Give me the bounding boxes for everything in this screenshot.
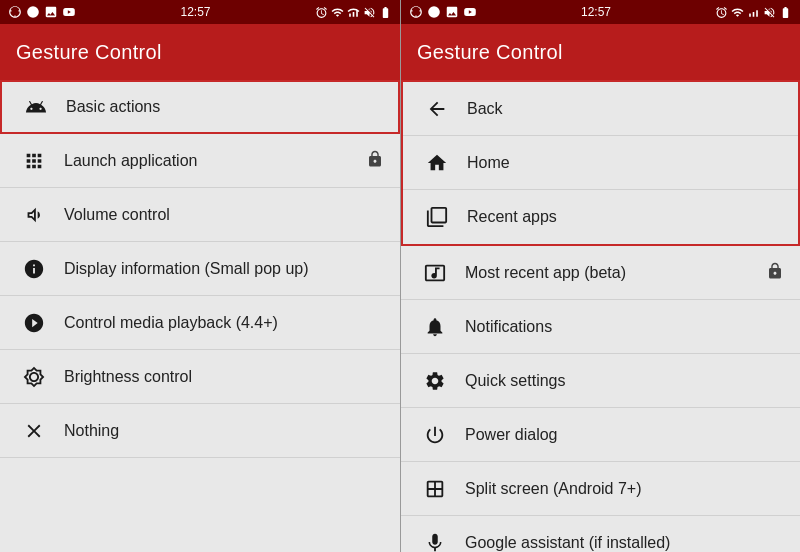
battery-icon-r [779, 6, 792, 19]
menu-item-launch-app[interactable]: Launch application [0, 134, 400, 188]
android-icon [18, 96, 54, 118]
right-menu: Back Home Recent apps Most rec [401, 80, 800, 552]
menu-item-notifications[interactable]: Notifications [401, 300, 800, 354]
split-screen-label: Split screen (Android 7+) [465, 480, 784, 498]
split-icon [417, 478, 453, 500]
left-app-title: Gesture Control [16, 41, 162, 64]
most-recent-label: Most recent app (beta) [465, 264, 766, 282]
brightness-label: Brightness control [64, 368, 384, 386]
gallery-icon [44, 5, 58, 19]
svg-rect-7 [756, 10, 758, 16]
home-icon [419, 152, 455, 174]
right-status-right [715, 6, 792, 19]
chat-icon-r [427, 5, 441, 19]
svg-rect-5 [749, 13, 751, 16]
close-icon [16, 420, 52, 442]
google-assistant-label: Google assistant (if installed) [465, 534, 784, 552]
recent2-icon [417, 262, 453, 284]
brightness-icon [16, 366, 52, 388]
recent-icon [419, 206, 455, 228]
right-time: 12:57 [581, 5, 611, 19]
recent-apps-label: Recent apps [467, 208, 782, 226]
signal-icon [347, 6, 360, 19]
launch-app-label: Launch application [64, 152, 366, 170]
power-dialog-label: Power dialog [465, 426, 784, 444]
menu-item-split-screen[interactable]: Split screen (Android 7+) [401, 462, 800, 516]
menu-item-brightness[interactable]: Brightness control [0, 350, 400, 404]
back-icon [419, 98, 455, 120]
svg-point-4 [428, 6, 440, 18]
messenger-icon [8, 5, 22, 19]
menu-item-power-dialog[interactable]: Power dialog [401, 408, 800, 462]
right-panel: 12:57 Gesture Control Back [400, 0, 800, 552]
wifi-icon [331, 6, 344, 19]
highlighted-group: Back Home Recent apps [401, 80, 800, 246]
lock-icon-recent [766, 262, 784, 284]
youtube-icon-r [463, 5, 477, 19]
signal-icon-r [747, 6, 760, 19]
gear-icon [417, 370, 453, 392]
svg-point-0 [27, 6, 39, 18]
alarm-icon [315, 6, 328, 19]
menu-item-display-info[interactable]: Display information (Small pop up) [0, 242, 400, 296]
right-app-bar: Gesture Control [401, 24, 800, 80]
play-icon [16, 312, 52, 334]
svg-rect-3 [356, 10, 358, 16]
svg-rect-2 [353, 11, 355, 16]
display-info-label: Display information (Small pop up) [64, 260, 384, 278]
volume-icon [16, 204, 52, 226]
menu-item-basic-actions[interactable]: Basic actions [0, 80, 400, 134]
menu-item-media[interactable]: Control media playback (4.4+) [0, 296, 400, 350]
left-panel: 12:57 Gesture Control Basic actions [0, 0, 400, 552]
svg-rect-1 [349, 13, 351, 16]
bell-icon [417, 316, 453, 338]
menu-item-recent-apps[interactable]: Recent apps [403, 190, 798, 244]
quick-settings-label: Quick settings [465, 372, 784, 390]
media-label: Control media playback (4.4+) [64, 314, 384, 332]
menu-item-quick-settings[interactable]: Quick settings [401, 354, 800, 408]
volume-label: Volume control [64, 206, 384, 224]
lock-icon-launch [366, 150, 384, 172]
messenger-icon-r [409, 5, 423, 19]
back-label: Back [467, 100, 782, 118]
mute-icon-r [763, 6, 776, 19]
gallery-icon-r [445, 5, 459, 19]
home-label: Home [467, 154, 782, 172]
left-menu: Basic actions Launch application Volume … [0, 80, 400, 552]
mute-icon [363, 6, 376, 19]
alarm-icon-r [715, 6, 728, 19]
notifications-label: Notifications [465, 318, 784, 336]
info-icon [16, 258, 52, 280]
right-status-bar: 12:57 [401, 0, 800, 24]
left-app-bar: Gesture Control [0, 24, 400, 80]
right-app-title: Gesture Control [417, 41, 563, 64]
left-time: 12:57 [180, 5, 210, 19]
menu-item-volume[interactable]: Volume control [0, 188, 400, 242]
menu-item-home[interactable]: Home [403, 136, 798, 190]
nothing-label: Nothing [64, 422, 384, 440]
left-status-right [315, 6, 392, 19]
menu-item-most-recent[interactable]: Most recent app (beta) [401, 246, 800, 300]
basic-actions-label: Basic actions [66, 98, 382, 116]
chat-icon [26, 5, 40, 19]
battery-icon [379, 6, 392, 19]
left-status-icons [8, 5, 76, 19]
menu-item-back[interactable]: Back [403, 82, 798, 136]
menu-item-google-assistant[interactable]: Google assistant (if installed) [401, 516, 800, 552]
left-status-bar: 12:57 [0, 0, 400, 24]
mic-icon [417, 532, 453, 553]
right-status-icons [409, 5, 477, 19]
power-icon [417, 424, 453, 446]
menu-item-nothing[interactable]: Nothing [0, 404, 400, 458]
svg-rect-6 [753, 11, 755, 16]
youtube-icon [62, 5, 76, 19]
apps-icon [16, 150, 52, 172]
wifi-icon-r [731, 6, 744, 19]
